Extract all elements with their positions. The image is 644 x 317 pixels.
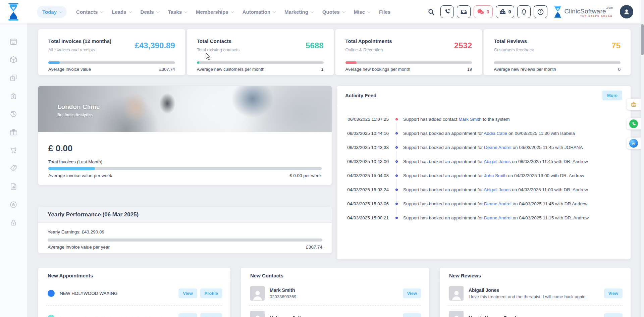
stat-footer: Average new reviews per month0: [494, 67, 621, 72]
activity-entry: 06/03/2025 10:43:06 Support has booked a…: [345, 154, 622, 168]
contact-link[interactable]: John Smith: [484, 173, 507, 178]
nav-tasks[interactable]: Tasks: [168, 9, 186, 15]
panel-title: New Appointments: [38, 268, 230, 281]
phone-button[interactable]: [440, 5, 454, 18]
clinic-overview-card: London Clinic Business Analytics £ 0.00 …: [38, 86, 332, 185]
user-lock-icon[interactable]: [9, 201, 17, 209]
view-button[interactable]: View: [604, 313, 623, 317]
yearly-footer: Average invoice value per year£307.74: [48, 245, 322, 250]
nav-contacts[interactable]: Contacts: [76, 9, 102, 15]
stat-card-reviews[interactable]: Total Reviews Customers feedback 75 Aver…: [484, 29, 631, 75]
brand-logo[interactable]: ClinicSoftware.com TEN STEPS AHEAD: [554, 6, 613, 18]
avatar: [250, 311, 265, 317]
profile-button[interactable]: Profile: [200, 313, 222, 317]
chevron-down-icon: [100, 10, 103, 13]
nav-automation[interactable]: Automation: [243, 9, 275, 15]
scrollbar-thumb[interactable]: [641, 24, 644, 55]
notifications-button[interactable]: [517, 5, 531, 18]
banner-footer: Average invoice value per week£ 0.00 per…: [48, 173, 322, 178]
nav-files[interactable]: Files: [379, 9, 390, 15]
chat-bubbles-icon: [477, 8, 484, 15]
activity-entry: 06/03/2025 11:07:25 Support has added co…: [345, 112, 622, 126]
main-nav: Today Contacts Leads Deals Tasks Members…: [37, 6, 390, 18]
contact-link[interactable]: Deane Andrel: [484, 215, 512, 220]
new-reviews-panel: New Reviews Abigail Jones I love this tr…: [440, 268, 631, 317]
profile-button[interactable]: Profile: [200, 288, 222, 298]
stat-value: 75: [611, 41, 621, 50]
phone-icon: [444, 8, 450, 15]
stat-value: £43,390.89: [135, 41, 175, 50]
stat-card-contacts[interactable]: Total Contacts Total existing contacts 5…: [187, 29, 334, 75]
padlock-icon[interactable]: [9, 219, 17, 227]
timeline-marker: [395, 160, 398, 163]
basket-icon: [630, 101, 637, 108]
scrollbar-track[interactable]: [641, 0, 644, 317]
yearly-performance-card: Yearly Performance (06 Mar 2025) Yearly …: [38, 207, 332, 253]
view-button[interactable]: View: [178, 313, 197, 317]
inbox-button[interactable]: [457, 5, 471, 18]
stat-card-appointments[interactable]: Total Appointments Online & Reception 25…: [335, 29, 482, 75]
clinic-photo: London Clinic Business Analytics: [38, 86, 332, 132]
view-button[interactable]: View: [604, 288, 623, 298]
nav-deals[interactable]: Deals: [141, 9, 159, 15]
ai-assistant-fab[interactable]: AI: [627, 138, 641, 149]
nav-quotes[interactable]: Quotes: [322, 9, 344, 15]
appointment-dot: [48, 315, 55, 317]
app-logo-icon[interactable]: [7, 3, 19, 20]
view-button[interactable]: View: [178, 288, 197, 298]
svg-text:$: $: [13, 167, 14, 170]
search-icon[interactable]: [428, 8, 435, 15]
svg-text:12: 12: [12, 42, 15, 44]
whatsapp-icon: [629, 119, 638, 128]
calendar-icon[interactable]: 12: [9, 38, 17, 46]
contact-link[interactable]: Deane Andrel: [484, 145, 512, 150]
more-button[interactable]: More: [602, 91, 622, 100]
pos-button[interactable]: 0: [496, 5, 515, 18]
nav-today[interactable]: Today: [37, 6, 67, 18]
last-month-amount: £ 0.00: [48, 143, 322, 154]
copy-icon[interactable]: [9, 74, 17, 82]
gift-icon[interactable]: [9, 128, 17, 136]
chevron-down-icon: [342, 10, 345, 13]
inbox-icon: [460, 8, 467, 15]
stat-subtitle: Customers feedback: [494, 47, 621, 52]
nav-marketing[interactable]: Marketing: [284, 9, 313, 15]
chevron-down-icon: [231, 10, 234, 13]
package-icon[interactable]: [9, 56, 17, 64]
timeline-marker: [395, 217, 398, 219]
panel-title: New Contacts: [241, 268, 429, 281]
report-chart-icon[interactable]: [9, 182, 17, 191]
contact-link[interactable]: Deane Andrel: [484, 201, 512, 206]
bag-arrow-down-icon[interactable]: [9, 92, 17, 100]
new-appointments-panel: New Appointments NEW HOLYWOOD WAXING Vie…: [38, 268, 230, 317]
stat-card-invoices[interactable]: Total Invoices (12 months) All invoices …: [38, 29, 185, 75]
stat-subtitle: Online & Reception: [345, 47, 472, 52]
chat-button[interactable]: 3: [474, 5, 493, 18]
whatsapp-fab[interactable]: [627, 118, 641, 129]
nav-misc[interactable]: Misc: [354, 9, 370, 15]
panel-title: New Reviews: [440, 268, 631, 281]
cart-icon[interactable]: [9, 146, 17, 154]
nav-leads[interactable]: Leads: [112, 9, 131, 15]
header-actions: 3 0 ? ClinicSoftware.com TEN STEPS AHEAD: [428, 5, 633, 18]
view-button[interactable]: View: [403, 288, 421, 298]
review-row: Abigail Jones I love this treatment and …: [448, 281, 623, 306]
chat-count-badge: 3: [487, 9, 489, 14]
stat-value: 2532: [454, 41, 472, 50]
contact-link[interactable]: Abigail Jones: [484, 159, 511, 164]
activity-entry: 04/03/2025 15:04:08 Support has booked a…: [345, 168, 622, 182]
bell-icon: [521, 8, 527, 15]
cart-fab[interactable]: [627, 99, 641, 110]
contact-link[interactable]: Addia Catie: [484, 131, 507, 136]
history-icon[interactable]: [9, 110, 17, 118]
nav-memberships[interactable]: Memberships: [196, 9, 233, 15]
contact-link[interactable]: Mark Smith: [459, 117, 481, 122]
price-tag-icon[interactable]: $: [9, 164, 17, 172]
chevron-down-icon: [184, 10, 187, 13]
user-avatar[interactable]: [620, 5, 633, 18]
help-button[interactable]: ?: [534, 5, 547, 18]
contact-link[interactable]: Abigail Jones: [484, 187, 511, 192]
view-button[interactable]: View: [403, 313, 421, 317]
timeline-marker: [395, 132, 398, 135]
review-row: Marcia Navarro Brooks View: [448, 306, 623, 317]
